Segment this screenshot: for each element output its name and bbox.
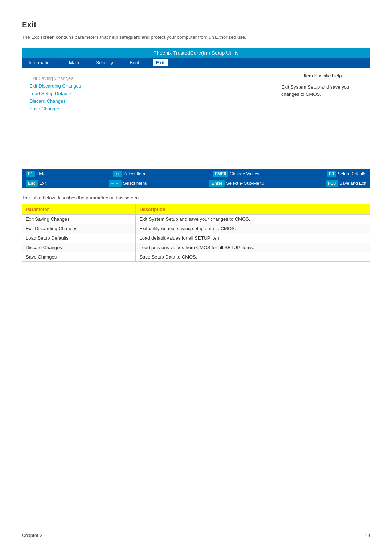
menu-item-load-setup-defaults[interactable]: Load Setup Defaults bbox=[29, 90, 268, 97]
key-lr-select-menu: ←→ Select Menu bbox=[109, 180, 147, 187]
key-f10-save-exit: F10 Save and Exit bbox=[326, 180, 366, 187]
page-title: Exit bbox=[22, 20, 370, 29]
table-row: Exit Discarding ChangesExit utility with… bbox=[22, 224, 370, 233]
table-row: Save ChangesSave Setup Data to CMOS. bbox=[22, 252, 370, 262]
key-f1-help: F1 Help bbox=[26, 171, 46, 177]
key-f10: F10 bbox=[326, 180, 338, 187]
menu-item-exit-discarding-changes[interactable]: Exit Discarding Changes bbox=[29, 82, 268, 90]
param-cell: Exit Saving Changes bbox=[22, 215, 136, 224]
help-text: Exit System Setup and save your changes … bbox=[281, 84, 364, 98]
key-arrows: ↑↓ bbox=[113, 171, 122, 177]
bios-nav-bar: Information Main Security Boot Exit bbox=[22, 58, 370, 68]
page-footer: Chapter 2 49 bbox=[22, 529, 370, 538]
bios-content-area: Exit Saving Changes Exit Discarding Chan… bbox=[22, 68, 370, 169]
key-esc-exit: Esc Exit bbox=[26, 180, 46, 187]
key-f9-label: Setup Defaults bbox=[338, 171, 366, 176]
nav-item-main[interactable]: Main bbox=[66, 59, 82, 66]
desc-cell: Load default values for all SETUP item. bbox=[136, 233, 370, 243]
params-table: Parameter Description Exit Saving Change… bbox=[22, 204, 370, 262]
table-row: Exit Saving ChangesExit System Setup and… bbox=[22, 215, 370, 224]
key-enter: Enter bbox=[209, 180, 225, 187]
intro-text: The Exit screen contains parameters that… bbox=[22, 34, 370, 40]
key-esc-label: Exit bbox=[39, 181, 46, 186]
desc-cell: Exit System Setup and save your changes … bbox=[136, 215, 370, 224]
nav-item-information[interactable]: Information bbox=[26, 59, 55, 66]
table-header-row: Parameter Description bbox=[22, 204, 370, 215]
top-divider bbox=[22, 11, 370, 11]
col-header-parameter: Parameter bbox=[22, 204, 136, 215]
menu-item-exit-saving-changes[interactable]: Exit Saving Changes bbox=[29, 74, 268, 82]
key-f9-setup-defaults: F9 Setup Defaults bbox=[327, 171, 366, 177]
key-f9: F9 bbox=[327, 171, 336, 177]
key-f1-label: Help bbox=[37, 171, 46, 176]
param-cell: Exit Discarding Changes bbox=[22, 224, 136, 233]
footer-page-number: 49 bbox=[365, 533, 370, 538]
key-f1: F1 bbox=[26, 171, 35, 177]
key-enter-label: Select ▶ Sub-Menu bbox=[226, 181, 264, 186]
nav-item-security[interactable]: Security bbox=[93, 59, 116, 66]
col-header-description: Description bbox=[136, 204, 370, 215]
table-intro: The table below describes the parameters… bbox=[22, 195, 370, 200]
menu-item-discard-changes[interactable]: Discard Changes bbox=[29, 97, 268, 105]
key-f5f6: F5/F6 bbox=[213, 171, 228, 177]
table-row: Load Setup DefaultsLoad default values f… bbox=[22, 233, 370, 243]
page-container: Exit The Exit screen contains parameters… bbox=[0, 0, 392, 549]
key-lr: ←→ bbox=[109, 180, 122, 187]
key-arrows-select-item: ↑↓ Select Item bbox=[113, 171, 145, 177]
param-cell: Save Changes bbox=[22, 252, 136, 262]
key-f5f6-change-values: F5/F6 Change Values bbox=[213, 171, 260, 177]
key-f5f6-label: Change Values bbox=[230, 171, 259, 176]
key-enter-select: Enter Select ▶ Sub-Menu bbox=[209, 180, 264, 187]
table-body: Exit Saving ChangesExit System Setup and… bbox=[22, 215, 370, 262]
nav-item-exit[interactable]: Exit bbox=[153, 59, 168, 66]
nav-item-boot[interactable]: Boot bbox=[127, 59, 142, 66]
bios-box: Phoenix TrustedCore(tm) Setup Utility In… bbox=[22, 48, 370, 188]
table-row: Discard ChangesLoad previous values from… bbox=[22, 243, 370, 252]
key-arrows-label: Select Item bbox=[123, 171, 145, 176]
key-esc: Esc bbox=[26, 180, 38, 187]
bios-key-bar-row1: F1 Help ↑↓ Select Item F5/F6 Change Valu… bbox=[22, 169, 370, 179]
desc-cell: Save Setup Data to CMOS. bbox=[136, 252, 370, 262]
key-f10-label: Save and Exit bbox=[339, 181, 366, 186]
bios-key-bar-row2: Esc Exit ←→ Select Menu Enter Select ▶ S… bbox=[22, 179, 370, 188]
param-cell: Load Setup Defaults bbox=[22, 233, 136, 243]
desc-cell: Load previous values from CMOS for all S… bbox=[136, 243, 370, 252]
bios-right-panel: Item Specific Help Exit System Setup and… bbox=[275, 68, 370, 169]
desc-cell: Exit utility without saving setup data t… bbox=[136, 224, 370, 233]
item-specific-help-title: Item Specific Help bbox=[281, 73, 364, 78]
bios-title-bar: Phoenix TrustedCore(tm) Setup Utility bbox=[22, 48, 370, 58]
bios-left-panel: Exit Saving Changes Exit Discarding Chan… bbox=[22, 68, 275, 169]
key-lr-label: Select Menu bbox=[123, 181, 147, 186]
menu-item-save-changes[interactable]: Save Changes bbox=[29, 105, 268, 113]
footer-chapter: Chapter 2 bbox=[22, 533, 42, 538]
param-cell: Discard Changes bbox=[22, 243, 136, 252]
